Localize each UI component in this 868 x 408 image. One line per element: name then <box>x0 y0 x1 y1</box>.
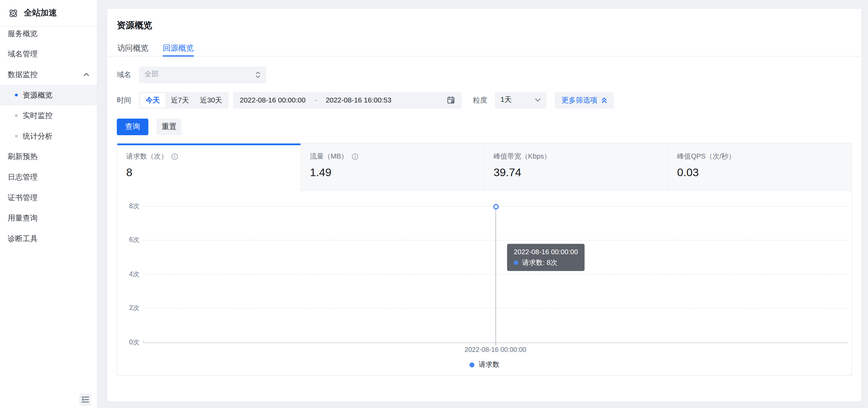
legend-item-requests[interactable]: 请求数 <box>118 360 852 369</box>
sidebar-item-realtime-monitoring[interactable]: 实时监控 <box>0 105 97 126</box>
time-preset-30days[interactable]: 近30天 <box>194 93 227 107</box>
legend-dot-icon <box>469 362 474 367</box>
stat-label: 峰值QPS（次/秒） <box>677 152 735 161</box>
sidebar-item-domain-management[interactable]: 域名管理 <box>0 44 97 64</box>
sidebar-header: 全站加速 <box>0 0 97 26</box>
chevron-updown-icon <box>255 71 261 78</box>
collapse-sidebar-icon <box>81 396 89 403</box>
domain-select-value: 全部 <box>144 70 158 79</box>
sidebar-item-log-management[interactable]: 日志管理 <box>0 167 97 187</box>
sidebar-collapse-button[interactable] <box>79 394 91 406</box>
granularity-select[interactable]: 1天 <box>495 92 546 108</box>
tooltip-title: 2022-08-16 00:00:00 <box>514 248 578 256</box>
sidebar-menu: 服务概览 域名管理 数据监控 资源概览 实时监控 统计分析 刷新预热 日志管理 … <box>0 23 97 249</box>
date-end: 2022-08-16 16:00:53 <box>326 96 391 104</box>
date-separator: - <box>314 96 317 104</box>
series-dot-icon <box>514 260 518 265</box>
sidebar-item-cert-management[interactable]: 证书管理 <box>0 187 97 208</box>
stat-card-traffic[interactable]: 流量（MB） 1.49 <box>300 143 484 190</box>
stat-card-peak-bandwidth[interactable]: 峰值带宽（Kbps） 39.74 <box>484 143 668 190</box>
sidebar: 全站加速 服务概览 域名管理 数据监控 资源概览 实时监控 统计分析 刷新预热 … <box>0 0 98 408</box>
double-chevron-up-icon <box>601 97 608 103</box>
legend-label: 请求数 <box>479 360 499 369</box>
chevron-down-icon <box>535 98 541 102</box>
stat-value: 1.49 <box>310 166 475 179</box>
line-chart: 8次 6次 4次 2次 0次 2022-08-16 00:00:00 请求数: … <box>118 190 852 375</box>
y-tick-label: 8次 <box>118 201 140 211</box>
info-icon[interactable] <box>351 153 358 160</box>
stat-label: 峰值带宽（Kbps） <box>493 152 551 161</box>
page: 全站加速 服务概览 域名管理 数据监控 资源概览 实时监控 统计分析 刷新预热 … <box>0 0 868 408</box>
stat-value: 8 <box>126 166 291 179</box>
x-tick-label: 2022-08-16 00:00:00 <box>451 345 540 353</box>
stat-label: 请求数（次） <box>126 152 168 161</box>
time-label: 时间 <box>117 95 131 105</box>
sidebar-item-service-overview[interactable]: 服务概览 <box>0 23 97 44</box>
sidebar-item-data-monitoring[interactable]: 数据监控 <box>0 64 97 85</box>
app-title: 全站加速 <box>24 8 57 19</box>
tabstrip: 访问概览 回源概览 <box>108 40 861 56</box>
stat-card-peak-qps[interactable]: 峰值QPS（次/秒） 0.03 <box>668 143 851 190</box>
sidebar-item-refresh-prewarm[interactable]: 刷新预热 <box>0 146 97 167</box>
app-logo-icon <box>8 8 19 19</box>
metrics-panel: 请求数（次） 8 流量（MB） <box>117 143 852 376</box>
time-preset-today[interactable]: 今天 <box>140 93 165 107</box>
y-tick-label: 6次 <box>118 235 140 245</box>
filter-row-time: 时间 今天 近7天 近30天 2022-08-16 00:00:00 - 202… <box>117 92 614 108</box>
date-range-picker[interactable]: 2022-08-16 00:00:00 - 2022-08-16 16:00:5… <box>233 92 461 108</box>
chart-tooltip: 2022-08-16 00:00:00 请求数: 8次 <box>507 244 585 271</box>
main-content: 资源概览 访问概览 回源概览 域名 全部 时间 <box>108 9 861 401</box>
y-tick-label: 4次 <box>118 269 140 279</box>
sidebar-item-diagnostic-tools[interactable]: 诊断工具 <box>0 228 97 249</box>
y-tick-label: 2次 <box>118 303 140 313</box>
tooltip-value: 请求数: 8次 <box>522 259 557 267</box>
info-icon[interactable] <box>171 153 178 160</box>
stat-value: 0.03 <box>677 166 843 179</box>
page-title: 资源概览 <box>117 20 152 31</box>
stat-value: 39.74 <box>493 166 659 179</box>
sidebar-item-resource-overview[interactable]: 资源概览 <box>0 85 97 105</box>
x-axis-tick <box>143 340 144 342</box>
tab-origin-overview[interactable]: 回源概览 <box>163 40 194 55</box>
filter-row-domain: 域名 全部 <box>117 66 266 83</box>
filter-row-actions: 查询 重置 <box>117 118 181 135</box>
time-preset-group: 今天 近7天 近30天 <box>139 92 229 108</box>
stat-cards: 请求数（次） 8 流量（MB） <box>118 143 852 190</box>
domain-label: 域名 <box>117 69 131 79</box>
crosshair-line <box>496 209 496 346</box>
granularity-value: 1天 <box>501 95 512 105</box>
data-point-marker[interactable] <box>493 204 499 209</box>
stat-card-requests[interactable]: 请求数（次） 8 <box>118 143 301 190</box>
tab-access-overview[interactable]: 访问概览 <box>118 40 148 55</box>
granularity-label: 粒度 <box>473 95 487 105</box>
sidebar-item-usage-query[interactable]: 用量查询 <box>0 208 97 228</box>
time-preset-7days[interactable]: 近7天 <box>165 93 194 107</box>
calendar-icon <box>447 96 455 104</box>
chevron-up-icon <box>84 73 89 76</box>
sidebar-item-statistics-analysis[interactable]: 统计分析 <box>0 126 97 147</box>
stat-label: 流量（MB） <box>310 152 348 161</box>
domain-select[interactable]: 全部 <box>139 66 266 83</box>
date-start: 2022-08-16 00:00:00 <box>240 96 305 104</box>
y-tick-label: 0次 <box>118 337 140 347</box>
more-filters-button[interactable]: 更多筛选项 <box>555 92 614 108</box>
query-button[interactable]: 查询 <box>117 118 148 135</box>
reset-button[interactable]: 重置 <box>157 118 181 135</box>
